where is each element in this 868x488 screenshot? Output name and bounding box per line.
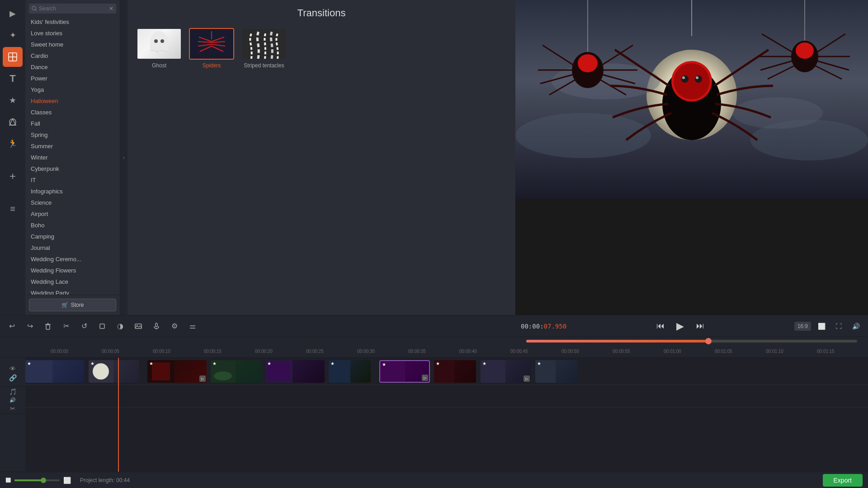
- delete-button[interactable]: [40, 318, 56, 334]
- undo-button[interactable]: ↩: [4, 318, 20, 334]
- settings-button[interactable]: ⚙: [166, 318, 183, 334]
- collapse-handle[interactable]: ‹: [120, 0, 127, 315]
- clip-8[interactable]: ★: [434, 360, 476, 383]
- category-item[interactable]: Boho: [25, 220, 120, 231]
- transition-striped-tentacles[interactable]: Striped tentacles: [241, 28, 287, 69]
- color-button[interactable]: ◑: [112, 318, 128, 334]
- mic-button[interactable]: [148, 318, 165, 334]
- crop-button[interactable]: [94, 318, 110, 334]
- ruler-mark: 00:00:20: [255, 349, 273, 354]
- eye-icon[interactable]: 👁: [9, 365, 16, 372]
- adjust-button[interactable]: ⚌: [184, 318, 201, 334]
- music-icon[interactable]: 🎵: [9, 388, 17, 395]
- window-view-btn[interactable]: ⬜: [815, 319, 828, 333]
- time-static: 00:00:: [521, 323, 544, 330]
- clip-6[interactable]: ★: [329, 360, 371, 383]
- store-icon: 🛒: [61, 302, 68, 308]
- category-item[interactable]: Infographics: [25, 186, 120, 197]
- category-item[interactable]: Wedding Flowers: [25, 265, 120, 276]
- category-item[interactable]: Camping: [25, 231, 120, 242]
- scissors-icon[interactable]: ✂: [10, 405, 15, 412]
- image-button[interactable]: [130, 318, 146, 334]
- category-item[interactable]: Journal: [25, 242, 120, 253]
- clip-2[interactable]: ★: [89, 360, 139, 383]
- category-item[interactable]: Love stories: [25, 28, 120, 39]
- category-item[interactable]: Wedding Lace: [25, 276, 120, 287]
- skip-forward-button[interactable]: ⏭: [692, 318, 708, 334]
- category-item[interactable]: Wedding Ceremo...: [25, 253, 120, 265]
- ruler-mark: 00:00:30: [357, 349, 375, 354]
- search-input[interactable]: [39, 5, 109, 12]
- redo2-button[interactable]: ↺: [76, 318, 92, 334]
- svg-point-73: [214, 371, 232, 380]
- transition-ghost[interactable]: Ghost: [137, 28, 182, 69]
- video-track: ⊕ Blue b ★ ★ ★ ▷: [25, 358, 868, 385]
- category-item[interactable]: Halloween: [25, 95, 120, 107]
- ruler-marks: 00:00:0000:00:0500:00:1000:00:1500:00:20…: [51, 345, 868, 357]
- category-item[interactable]: Dance: [25, 61, 120, 73]
- clip-3[interactable]: ★ ▷: [147, 360, 206, 383]
- category-item[interactable]: Wedding Party: [25, 287, 120, 295]
- redo-button[interactable]: ↪: [22, 318, 38, 334]
- category-item[interactable]: Sweet home: [25, 39, 120, 50]
- category-item[interactable]: Spring: [25, 129, 120, 141]
- ruler-mark: 00:00:05: [102, 349, 119, 354]
- category-item[interactable]: Cardio: [25, 50, 120, 61]
- play-button[interactable]: ▶: [672, 318, 689, 334]
- scale-icon-large: ⬜: [63, 477, 71, 484]
- time-display: 00:00:07.950: [521, 323, 566, 330]
- category-item[interactable]: Airport: [25, 208, 120, 220]
- link-icon[interactable]: 🔗: [9, 374, 17, 381]
- stickers-icon-btn[interactable]: ★: [3, 90, 23, 110]
- scale-slider[interactable]: [14, 479, 60, 481]
- category-item[interactable]: IT: [25, 174, 120, 186]
- clip-5[interactable]: ★: [265, 360, 324, 383]
- clip-4-star: ★: [212, 361, 217, 366]
- striped-tentacles-thumb: [241, 28, 287, 60]
- clip-9[interactable]: ★ ▷: [481, 360, 531, 383]
- striped-tentacles-label: Striped tentacles: [244, 62, 284, 69]
- fullscreen-btn[interactable]: ⛶: [832, 319, 845, 333]
- category-item[interactable]: Kids' festivities: [25, 16, 120, 28]
- video-progress-bar[interactable]: [526, 340, 857, 343]
- clip-1[interactable]: ★: [25, 360, 84, 383]
- category-item[interactable]: Classes: [25, 107, 120, 118]
- store-section: 🛒 Store: [25, 295, 120, 315]
- store-button[interactable]: 🛒 Store: [29, 299, 116, 311]
- transition-spiders[interactable]: Spiders: [189, 28, 234, 69]
- close-icon[interactable]: ✕: [109, 5, 113, 12]
- clip-7[interactable]: ★ ▷: [379, 360, 430, 383]
- motion-icon-btn[interactable]: 🏃: [3, 134, 23, 154]
- svg-rect-61: [100, 324, 104, 328]
- scale-slider-fill: [14, 479, 42, 481]
- add-btn[interactable]: +: [3, 166, 23, 186]
- ruler-mark: 00:01:05: [715, 349, 732, 354]
- clip-7-star: ★: [382, 362, 386, 367]
- category-item[interactable]: Fall: [25, 118, 120, 129]
- text-icon-btn[interactable]: T: [3, 69, 23, 89]
- svg-rect-71: [152, 362, 170, 380]
- main-toolbar: ↩ ↪ ✂ ↺ ◑ ⚙ ⚌: [0, 315, 515, 337]
- category-item[interactable]: Science: [25, 197, 120, 208]
- layers-icon-btn[interactable]: ≡: [3, 199, 23, 219]
- ruler-mark: 00:00:45: [510, 349, 528, 354]
- category-item[interactable]: Yoga: [25, 84, 120, 95]
- skip-back-button[interactable]: ⏮: [652, 318, 669, 334]
- effects-icon-btn[interactable]: ✦: [3, 25, 23, 45]
- clip-10[interactable]: ★: [535, 360, 577, 383]
- transitions-icon-btn[interactable]: [3, 47, 23, 67]
- clip-4[interactable]: ★: [211, 360, 261, 383]
- category-item[interactable]: Cyberpunk: [25, 163, 120, 174]
- cut-button[interactable]: ✂: [58, 318, 74, 334]
- category-item[interactable]: Summer: [25, 141, 120, 152]
- shapes-icon-btn[interactable]: [3, 112, 23, 132]
- transitions-grid: Ghost: [127, 24, 515, 72]
- svg-rect-64: [156, 323, 157, 327]
- volume-icon[interactable]: 🔊: [9, 397, 16, 403]
- svg-line-19: [212, 46, 223, 52]
- volume-btn[interactable]: 🔊: [849, 319, 863, 333]
- category-item[interactable]: Winter: [25, 152, 120, 163]
- media-icon-btn[interactable]: ▶: [3, 4, 23, 23]
- export-button[interactable]: Export: [823, 474, 863, 487]
- category-item[interactable]: Power: [25, 73, 120, 84]
